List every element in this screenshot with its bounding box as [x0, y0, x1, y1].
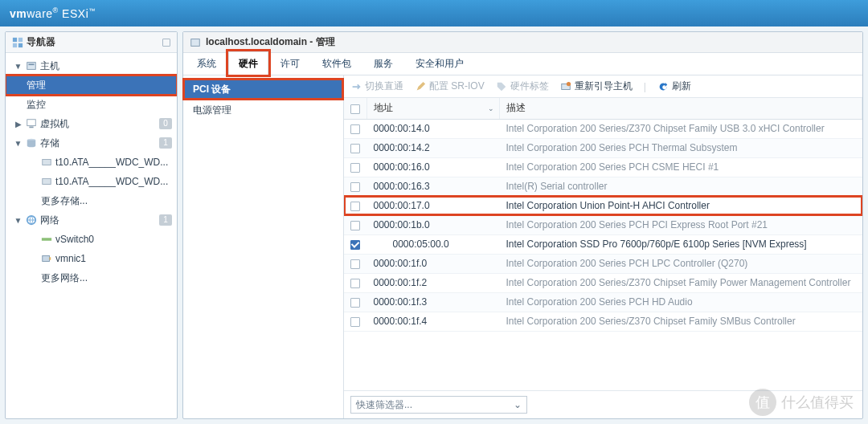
tool-refresh[interactable]: 刷新: [657, 80, 691, 93]
row-checkbox[interactable]: [350, 221, 360, 230]
tool-hw-label[interactable]: 硬件标签: [496, 80, 549, 93]
hw-pci-devices[interactable]: PCI 设备: [183, 79, 343, 100]
nav-host[interactable]: ▼主机: [6, 56, 177, 75]
nav-disk-2[interactable]: t10.ATA_____WDC_WD...: [6, 172, 177, 191]
svg-rect-1: [18, 37, 23, 41]
table-row[interactable]: 0000:00:16.0Intel Corporation 200 Series…: [344, 157, 862, 177]
row-checkbox[interactable]: [350, 317, 360, 327]
nav-storage[interactable]: ▼存储1: [6, 133, 177, 153]
nav-vmnic[interactable]: vmnic1: [6, 249, 177, 268]
row-checkbox[interactable]: [350, 163, 360, 173]
pci-table-wrap[interactable]: 地址⌄ 描述 0000:00:14.0Intel Corporation 200…: [344, 98, 862, 390]
row-checkbox[interactable]: [350, 279, 360, 288]
nav-more-storage[interactable]: 更多存储...: [6, 191, 177, 210]
cell-address: 0000:00:16.3: [367, 177, 500, 196]
col-checkbox[interactable]: [344, 98, 367, 119]
cell-address: 0000:00:14.2: [367, 138, 500, 157]
cell-description: Intel Corporation 200 Series PCH Thermal…: [500, 138, 862, 157]
table-row[interactable]: 0000:00:14.0Intel Corporation 200 Series…: [344, 119, 862, 138]
collapse-icon[interactable]: [162, 39, 170, 47]
row-checkbox[interactable]: [350, 182, 360, 192]
svg-rect-7: [29, 127, 33, 128]
passthrough-icon: [350, 81, 362, 92]
table-row[interactable]: 0000:00:1f.2Intel Corporation 200 Series…: [344, 273, 862, 292]
table-row[interactable]: 0000:00:1f.0Intel Corporation 200 Series…: [344, 254, 862, 273]
brand-logo: vmware® ESXi™: [10, 6, 96, 20]
tag-icon: [496, 81, 507, 92]
cell-description: Intel Corporation 200 Series PCH PCI Exp…: [500, 215, 862, 234]
nav-vswitch[interactable]: vSwitch0: [6, 230, 177, 249]
storage-icon: [26, 137, 37, 149]
cell-description: Intel Corporation 200 Series/Z370 Chipse…: [500, 273, 862, 292]
main-area: 导航器 ▼主机 管理 监控 ▶虚拟机0 ▼存储1 t10.ATA_____WDC…: [0, 26, 868, 424]
nav-networking[interactable]: ▼网络1: [6, 210, 177, 230]
cell-address: 0000:00:16.0: [367, 157, 500, 177]
content-header: localhost.localdomain - 管理: [183, 32, 862, 53]
table-row[interactable]: 0000:05:00.0Intel Corporation SSD Pro 76…: [344, 234, 862, 254]
row-checkbox[interactable]: [350, 124, 360, 134]
host-icon: [26, 60, 37, 71]
row-checkbox[interactable]: [350, 240, 360, 250]
quick-filter[interactable]: 快速筛选器...⌄: [350, 396, 527, 414]
col-description[interactable]: 描述: [500, 98, 862, 119]
svg-rect-15: [191, 39, 200, 46]
tool-sriov[interactable]: 配置 SR-IOV: [415, 80, 485, 93]
tab-hardware[interactable]: 硬件: [228, 51, 268, 75]
cell-description: Intel(R) Serial controller: [500, 177, 862, 196]
tab-security[interactable]: 安全和用户: [405, 51, 474, 75]
svg-rect-13: [43, 256, 50, 262]
table-row[interactable]: 0000:00:14.2Intel Corporation 200 Series…: [344, 138, 862, 157]
table-row[interactable]: 0000:00:1b.0Intel Corporation 200 Series…: [344, 215, 862, 234]
navigator-icon: [12, 37, 23, 48]
tab-packages[interactable]: 软件包: [312, 51, 362, 75]
storage-badge: 1: [159, 137, 172, 149]
row-checkbox[interactable]: [350, 202, 360, 211]
cell-description: Intel Corporation 200 Series PCH CSME HE…: [500, 157, 862, 177]
table-row[interactable]: 0000:00:1f.4Intel Corporation 200 Series…: [344, 312, 862, 331]
col-address[interactable]: 地址⌄: [367, 98, 500, 119]
row-checkbox[interactable]: [350, 259, 360, 269]
svg-rect-10: [43, 179, 51, 185]
cell-description: Intel Corporation 200 Series/Z370 Chipse…: [500, 119, 862, 138]
nav-disk-1[interactable]: t10.ATA_____WDC_WD...: [6, 153, 177, 172]
tab-license[interactable]: 许可: [270, 51, 310, 75]
nic-icon: [41, 253, 52, 264]
svg-rect-0: [13, 37, 17, 41]
nav-manage[interactable]: 管理: [6, 75, 177, 95]
svg-rect-12: [42, 238, 51, 241]
tab-services[interactable]: 服务: [363, 51, 403, 75]
cell-address: 0000:05:00.0: [367, 234, 500, 254]
cell-address: 0000:00:14.0: [367, 119, 500, 138]
disk-icon: [41, 157, 52, 168]
tool-reboot[interactable]: 重新引导主机: [560, 80, 633, 93]
row-checkbox[interactable]: [350, 144, 360, 153]
navigator-header: 导航器: [6, 32, 177, 53]
cell-description: Intel Corporation Union Point-H AHCI Con…: [500, 196, 862, 215]
svg-rect-6: [27, 120, 36, 126]
tab-bar: 系统 硬件 许可 软件包 服务 安全和用户: [183, 53, 862, 75]
pci-table: 地址⌄ 描述 0000:00:14.0Intel Corporation 200…: [344, 98, 862, 332]
cell-address: 0000:00:17.0: [367, 196, 500, 215]
nav-monitor[interactable]: 监控: [6, 95, 177, 114]
network-icon: [26, 214, 37, 226]
tab-system[interactable]: 系统: [186, 51, 227, 75]
pencil-icon: [415, 81, 426, 92]
table-row[interactable]: 0000:00:16.3Intel(R) Serial controller: [344, 177, 862, 196]
navigator-panel: 导航器 ▼主机 管理 监控 ▶虚拟机0 ▼存储1 t10.ATA_____WDC…: [5, 31, 178, 419]
nav-vms[interactable]: ▶虚拟机0: [6, 114, 177, 133]
table-row[interactable]: 0000:00:17.0Intel Corporation Union Poin…: [344, 196, 862, 215]
svg-rect-2: [13, 43, 17, 47]
cell-address: 0000:00:1f.0: [367, 254, 500, 273]
table-row[interactable]: 0000:00:1f.3Intel Corporation 200 Series…: [344, 292, 862, 312]
cell-description: Intel Corporation SSD Pro 7600p/760p/E 6…: [500, 234, 862, 254]
net-badge: 1: [159, 214, 172, 226]
chevron-down-icon: ⌄: [514, 399, 522, 410]
top-bar: vmware® ESXi™: [0, 0, 868, 26]
hw-power-management[interactable]: 电源管理: [183, 100, 343, 120]
row-checkbox[interactable]: [350, 298, 360, 308]
hardware-content: 切换直通 配置 SR-IOV 硬件标签 重新引导主机 | 刷新 地址⌄ 描述 0: [344, 75, 862, 418]
nav-more-net[interactable]: 更多网络...: [6, 268, 177, 287]
disk-icon: [41, 176, 52, 187]
content-title: localhost.localdomain - 管理: [206, 35, 335, 49]
tool-passthrough[interactable]: 切换直通: [350, 80, 403, 93]
